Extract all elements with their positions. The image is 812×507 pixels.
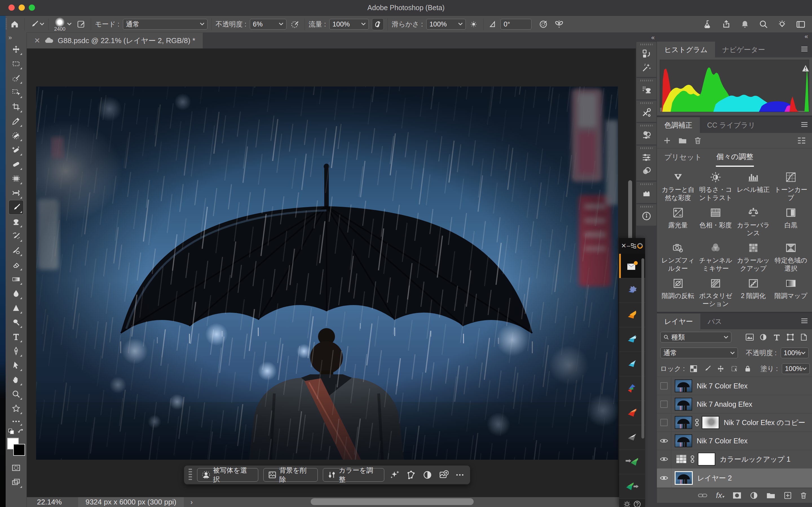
dock-grip[interactable] (640, 147, 653, 149)
visibility-toggle[interactable] (657, 377, 671, 395)
canvas-area[interactable] (27, 48, 636, 497)
selection-brush-tool[interactable] (9, 71, 23, 85)
new-group-folder-icon[interactable] (678, 137, 687, 144)
layer-row[interactable]: カラールックアップ 1 (657, 450, 812, 468)
background-color-swatch[interactable] (13, 444, 25, 456)
layer-row[interactable]: Nik 7 Analog Efex (657, 395, 812, 413)
mixer-brush-tool[interactable] (9, 243, 23, 258)
close-tab-icon[interactable]: ✕ (34, 36, 40, 45)
patch-tool[interactable] (9, 172, 23, 186)
lock-all-icon[interactable] (743, 364, 753, 374)
adjustment-posterize[interactable]: ポスタリゼーション (697, 274, 735, 308)
pressure-size-icon[interactable] (538, 18, 549, 30)
smoothing-gear-icon[interactable] (468, 18, 479, 30)
nik-gear-icon[interactable] (623, 501, 631, 507)
object-selection-tool[interactable] (9, 86, 23, 100)
layer-name[interactable]: Nik 7 Color Efex (697, 437, 748, 445)
panel-menu-icon[interactable] (801, 46, 808, 52)
opacity-dropdown[interactable]: 6% (250, 19, 287, 30)
layer-row[interactable]: Nik 7 Color Efex (657, 432, 812, 450)
delete-trash-icon[interactable] (694, 136, 702, 145)
healing-brush-tool[interactable] (9, 157, 23, 171)
share-icon[interactable] (721, 18, 732, 30)
tab-adjustments[interactable]: 色調補正 (657, 117, 700, 133)
more-options-ellipsis-icon[interactable] (454, 469, 465, 481)
home-icon[interactable] (9, 18, 20, 30)
airbrush-toggle-icon[interactable] (372, 18, 384, 30)
mask-link-icon[interactable] (695, 418, 700, 427)
toggle-brush-panel-icon[interactable] (75, 18, 87, 30)
nik-close-icon[interactable]: ✕ (621, 242, 626, 249)
transform-icon[interactable] (405, 469, 417, 481)
subtab-individual[interactable]: 個々の調整 (716, 148, 754, 167)
panel-menu-icon[interactable] (801, 121, 808, 128)
visibility-toggle[interactable] (657, 450, 671, 468)
pen-tool[interactable] (9, 344, 23, 358)
adjustment-color-balance[interactable]: カラーバランス (734, 204, 772, 237)
canvas-horizontal-scrollbar[interactable] (311, 498, 474, 505)
version-history-icon[interactable] (640, 48, 653, 60)
status-info-chevron-icon[interactable]: › (191, 498, 193, 506)
visibility-toggle[interactable] (657, 413, 671, 432)
adjustment-exposure[interactable]: 露光量 (659, 204, 697, 237)
magic-wand-sparkle-icon[interactable] (640, 61, 653, 73)
sharpen-tool[interactable] (9, 301, 23, 315)
delete-layer-trash-icon[interactable] (800, 492, 807, 499)
layer-thumbnail[interactable] (675, 379, 692, 392)
chevron-down-icon[interactable] (40, 22, 44, 25)
layer-thumbnail[interactable] (675, 471, 693, 485)
color-lookup-layer-icon[interactable] (676, 454, 687, 464)
blur-tool[interactable] (9, 286, 23, 300)
nik-minimize-icon[interactable]: – (627, 242, 630, 249)
layer-thumbnail[interactable] (675, 434, 692, 447)
minimize-window-button[interactable] (18, 4, 25, 11)
adjustment-levels[interactable]: レベル補正 (734, 168, 772, 202)
adjustment-photo-filter[interactable]: レンズフィルター (659, 239, 697, 273)
quick-mask-icon[interactable] (9, 461, 23, 475)
zoom-level-value[interactable]: 22.14% (37, 498, 62, 506)
spot-healing-brush-tool[interactable] (9, 143, 23, 157)
dock-grip[interactable] (640, 206, 653, 208)
adjustment-brightness-contrast[interactable]: 明るさ・コントラスト (697, 168, 735, 202)
tools-wrench-icon[interactable] (640, 106, 653, 119)
adjustment-selective-color[interactable]: 特定色域の選択 (772, 239, 810, 273)
layer-name[interactable]: レイヤー 2 (697, 473, 732, 483)
hand-tool[interactable] (9, 373, 23, 387)
layer-name[interactable]: Nik 7 Color Efex (697, 382, 748, 390)
dock-grip[interactable] (640, 102, 653, 104)
collapse-panels-chevrons[interactable]: « (805, 33, 808, 40)
filter-pixel-layers-icon[interactable] (745, 332, 755, 342)
mode-dropdown[interactable]: 通常 (123, 19, 207, 30)
pressure-opacity-icon[interactable] (289, 18, 301, 30)
add-adjustment-icon[interactable] (663, 136, 671, 145)
adjust-color-button[interactable]: カラーを調整 (323, 468, 384, 482)
layer-row[interactable]: Nik 7 Color Efex のコピー (657, 413, 812, 432)
move-tool[interactable] (9, 42, 23, 56)
dock-grip[interactable] (640, 125, 653, 126)
properties-sliders-icon[interactable] (640, 151, 653, 164)
tab-navigator[interactable]: ナビゲーター (715, 42, 772, 57)
nik-item-perspective-in[interactable] (619, 450, 645, 474)
tab-histogram[interactable]: ヒストグラム (657, 42, 715, 57)
fill-dropdown[interactable]: 100% (782, 363, 810, 374)
dock-grip[interactable] (640, 80, 653, 81)
filter-type-layers-icon[interactable] (772, 332, 781, 342)
visibility-toggle[interactable] (657, 395, 671, 413)
notifications-bell-icon[interactable] (739, 18, 751, 30)
layer-row[interactable]: Nik 7 Color Efex (657, 377, 812, 395)
layer-name[interactable]: カラールックアップ 1 (720, 455, 791, 464)
blend-circles-icon[interactable] (640, 165, 653, 177)
layer-mask-thumbnail[interactable] (702, 416, 719, 429)
tab-layers[interactable]: レイヤー (657, 314, 700, 329)
layer-style-fx-icon[interactable]: fx▾ (716, 491, 724, 500)
swap-colors-icon[interactable] (17, 428, 24, 435)
filter-shape-layers-icon[interactable] (785, 332, 795, 342)
adjustment-hue-saturation[interactable]: 色相・彩度 (697, 204, 735, 237)
layer-thumbnail[interactable] (675, 398, 692, 411)
nik-help-icon[interactable] (633, 501, 641, 507)
link-layers-icon[interactable] (698, 493, 707, 498)
close-window-button[interactable] (8, 4, 15, 11)
layer-name[interactable]: Nik 7 Color Efex のコピー (724, 418, 805, 427)
remove-tool[interactable] (9, 128, 23, 143)
lock-position-icon[interactable] (716, 364, 725, 374)
